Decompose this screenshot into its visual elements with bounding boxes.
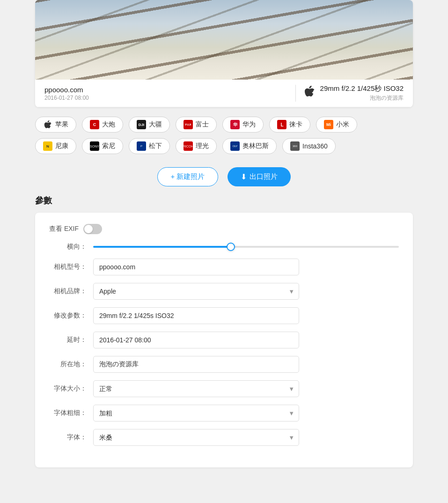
modify-params-row: 修改参数： [49, 307, 399, 324]
brand-tag-fuji[interactable]: FUJI 富士 [176, 117, 217, 133]
font-weight-control: 加粗 正常 细 ▼ [93, 405, 399, 422]
font-size-label: 字体大小： [49, 385, 87, 393]
brand-icon-panasonic: P [137, 141, 146, 151]
brand-label-leica: 徕卡 [289, 120, 302, 129]
camera-model-row: 相机型号： [49, 259, 399, 275]
brand-tag-ricoh[interactable]: RICOH 理光 [176, 138, 217, 154]
brand-tag-apple[interactable]: 苹果 [35, 117, 76, 133]
font-label: 字体： [49, 433, 87, 442]
page-wrapper: ppoooo.com 2016-01-27 08:00 29mm f/2.2 1… [0, 0, 448, 486]
font-control: 米桑 黑体 宋体 楷体 ▼ [93, 429, 399, 446]
font-size-control: 正常 大 小 ▼ [93, 380, 399, 397]
brand-label-fuji: 富士 [196, 120, 209, 129]
brand-tag-huawei[interactable]: 华 华为 [222, 117, 264, 133]
brand-icon-dji: DJI [137, 120, 146, 129]
brand-icon-ricoh: RICOH [184, 141, 193, 151]
location-input[interactable] [93, 356, 299, 373]
delay-control [93, 332, 399, 348]
brand-icon-olympus: OLY [230, 141, 240, 151]
brand-icon-insta360: 360 [290, 141, 300, 151]
brand-icon-fuji: FUJI [184, 120, 193, 129]
brand-icon-sony: SONY [90, 141, 99, 151]
horizontal-row: 横向： [49, 243, 399, 251]
site-date: 2016-01-27 08:00 [44, 95, 287, 101]
brand-tag-mi[interactable]: Mi 小米 [316, 117, 357, 133]
brand-tags-container: 苹果 C 大炮 DJI 大疆 FUJI 富士 华 华为 L 徕卡 Mi 小米 [35, 117, 413, 133]
photo-meta-left: ppoooo.com 2016-01-27 08:00 [44, 86, 287, 101]
location-control [93, 356, 399, 373]
brand-tags-row2: N 尼康 SONY 索尼 P 松下 RICOH 理光 OLY 奥林巴斯 360 … [35, 138, 413, 154]
brand-icon-canon: C [90, 120, 99, 129]
location-row: 所在地： [49, 356, 399, 373]
font-row: 字体： 米桑 黑体 宋体 楷体 ▼ [49, 429, 399, 446]
new-photo-button[interactable]: + 新建照片 [157, 167, 219, 186]
brand-tag-leica[interactable]: L 徕卡 [269, 117, 310, 133]
brand-icon-apple [43, 120, 52, 129]
photo-banner [35, 0, 413, 80]
modify-params-label: 修改参数： [49, 311, 87, 320]
toggle-knob [84, 225, 93, 233]
font-size-select-wrap: 正常 大 小 ▼ [93, 380, 299, 397]
brand-label-ricoh: 理光 [196, 142, 209, 150]
slider-thumb[interactable] [227, 243, 235, 251]
camera-model-input[interactable] [93, 259, 299, 275]
params-section: 參數 查看 EXIF 横向： [35, 195, 413, 467]
brand-label-nikon: 尼康 [55, 142, 68, 150]
brand-tag-insta360[interactable]: 360 Insta360 [282, 138, 336, 154]
photo-banner-inner [35, 0, 413, 80]
brand-tag-sony[interactable]: SONY 索尼 [82, 138, 123, 154]
location-label: 所在地： [49, 360, 87, 369]
apple-brand-icon [304, 86, 315, 101]
brand-label-panasonic: 松下 [149, 142, 162, 150]
modify-params-input[interactable] [93, 307, 299, 324]
brand-icon-leica: L [277, 120, 286, 129]
font-size-row: 字体大小： 正常 大 小 ▼ [49, 380, 399, 397]
horizontal-label: 横向： [49, 243, 87, 251]
camera-model-control [93, 259, 399, 275]
brand-icon-huawei: 华 [230, 120, 240, 129]
exif-toggle-row: 查看 EXIF [49, 224, 399, 234]
camera-brand-select-wrap: Apple Canon Nikon Sony Fujifilm ▼ [93, 283, 299, 300]
brand-icon-nikon: N [43, 141, 52, 151]
font-size-select[interactable]: 正常 大 小 [93, 380, 299, 397]
font-weight-row: 字体粗细： 加粗 正常 细 ▼ [49, 405, 399, 422]
brand-icon-mi: Mi [324, 120, 333, 129]
font-weight-select[interactable]: 加粗 正常 细 [93, 405, 299, 422]
photo-meta-right: 29mm f/2.2 1/425秒 ISO32 泡泡の资源库 [320, 84, 404, 102]
brand-label-huawei: 华为 [242, 120, 256, 129]
photo-params: 29mm f/2.2 1/425秒 ISO32 [320, 84, 404, 93]
brand-tag-olympus[interactable]: OLY 奥林巴斯 [222, 138, 277, 154]
camera-model-label: 相机型号： [49, 263, 87, 271]
brand-label-canon: 大炮 [102, 120, 115, 129]
slider-row [93, 246, 399, 248]
font-weight-select-wrap: 加粗 正常 细 ▼ [93, 405, 299, 422]
export-photo-button[interactable]: ⬇ 出口照片 [228, 167, 291, 186]
brand-label-mi: 小米 [336, 120, 349, 129]
export-label: 出口照片 [250, 172, 278, 181]
delay-label: 延时： [49, 336, 87, 344]
brand-tag-canon[interactable]: C 大炮 [82, 117, 123, 133]
exif-toggle[interactable] [83, 224, 102, 234]
site-name: ppoooo.com [44, 86, 287, 94]
camera-brand-label: 相机品牌： [49, 287, 87, 296]
font-weight-label: 字体粗细： [49, 409, 87, 417]
meta-divider [295, 85, 296, 102]
font-select[interactable]: 米桑 黑体 宋体 楷体 [93, 429, 299, 446]
brand-label-apple: 苹果 [55, 120, 68, 129]
camera-brand-row: 相机品牌： Apple Canon Nikon Sony Fujifilm ▼ [49, 283, 399, 300]
photo-meta: ppoooo.com 2016-01-27 08:00 29mm f/2.2 1… [35, 80, 413, 107]
modify-params-control [93, 307, 399, 324]
font-select-wrap: 米桑 黑体 宋体 楷体 ▼ [93, 429, 299, 446]
exif-label: 查看 EXIF [49, 225, 79, 233]
camera-brand-select[interactable]: Apple Canon Nikon Sony Fujifilm [93, 283, 299, 300]
params-card: 查看 EXIF 横向： 相机型号： [35, 213, 413, 467]
brand-tag-panasonic[interactable]: P 松下 [129, 138, 170, 154]
brand-tag-dji[interactable]: DJI 大疆 [129, 117, 170, 133]
brand-label-insta360: Insta360 [302, 142, 328, 150]
slider-track[interactable] [93, 246, 399, 248]
brand-tag-nikon[interactable]: N 尼康 [35, 138, 76, 154]
export-icon: ⬇ [241, 172, 247, 181]
brand-label-sony: 索尼 [102, 142, 115, 150]
delay-row: 延时： [49, 332, 399, 348]
delay-input[interactable] [93, 332, 299, 348]
